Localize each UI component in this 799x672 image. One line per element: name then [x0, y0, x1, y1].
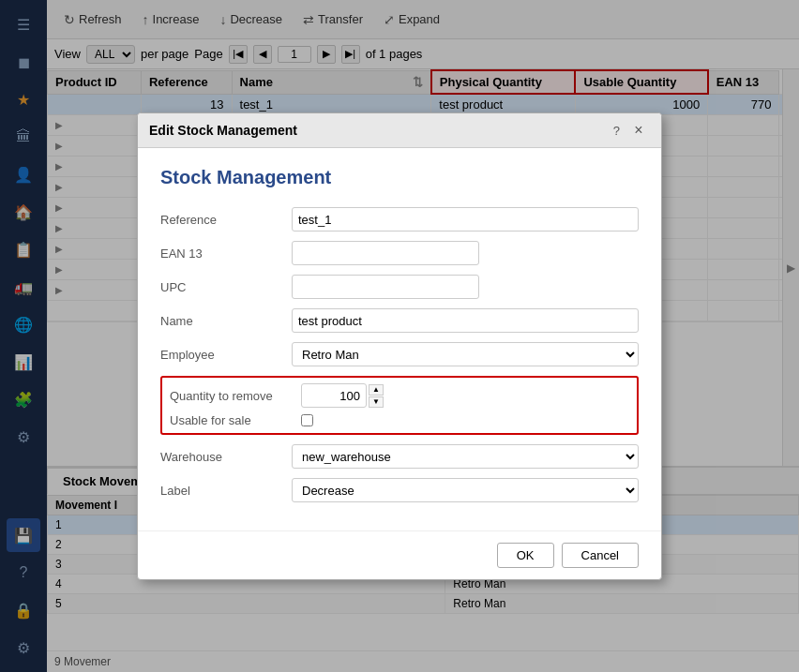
modal-footer: OK Cancel [138, 530, 661, 579]
edit-stock-modal: Edit Stock Management ? × Stock Manageme… [137, 112, 662, 580]
modal-title: Edit Stock Management [149, 123, 297, 138]
ean13-row: EAN 13 [160, 241, 639, 265]
name-label: Name [160, 314, 292, 328]
modal-overlay: Edit Stock Management ? × Stock Manageme… [0, 0, 799, 672]
warehouse-row: Warehouse new_warehouse [160, 444, 639, 469]
warehouse-select[interactable]: new_warehouse [292, 444, 639, 469]
upc-input[interactable] [292, 275, 479, 299]
usable-row: Usable for sale [170, 413, 629, 427]
employee-select[interactable]: Retro Man [292, 342, 639, 366]
name-input[interactable] [292, 308, 639, 333]
modal-body-title: Stock Management [160, 167, 639, 188]
modal-body: Stock Management Reference EAN 13 UPC Na… [138, 148, 661, 530]
reference-row: Reference [160, 207, 639, 231]
upc-row: UPC [160, 275, 639, 299]
quantity-spinners: ▲ ▼ [369, 384, 384, 408]
name-row: Name [160, 308, 639, 333]
ean13-label: EAN 13 [160, 246, 292, 261]
modal-header: Edit Stock Management ? × [138, 113, 661, 148]
quantity-label: Quantity to remove [170, 389, 301, 403]
quantity-increment[interactable]: ▲ [369, 384, 384, 396]
employee-row: Employee Retro Man [160, 342, 639, 366]
usable-checkbox[interactable] [301, 414, 313, 426]
usable-label: Usable for sale [170, 413, 301, 427]
employee-label: Employee [160, 348, 292, 362]
ean13-input[interactable] [292, 241, 479, 265]
quantity-row: Quantity to remove ▲ ▼ [170, 383, 629, 408]
modal-header-actions: ? × [613, 119, 650, 142]
highlighted-fields-group: Quantity to remove ▲ ▼ Usable for sale [160, 376, 639, 435]
label-row: Label Decrease Increase Transfer [160, 478, 639, 502]
warehouse-label: Warehouse [160, 450, 292, 464]
label-label: Label [160, 484, 292, 498]
modal-help[interactable]: ? [613, 124, 620, 138]
upc-label: UPC [160, 280, 292, 294]
quantity-input[interactable] [301, 383, 367, 408]
label-select[interactable]: Decrease Increase Transfer [292, 478, 639, 502]
quantity-decrement[interactable]: ▼ [369, 396, 384, 408]
ok-button[interactable]: OK [497, 543, 554, 568]
quantity-input-group: ▲ ▼ [301, 383, 384, 408]
reference-label: Reference [160, 213, 292, 227]
cancel-button[interactable]: Cancel [562, 543, 639, 568]
reference-input[interactable] [292, 207, 639, 231]
modal-close-button[interactable]: × [627, 119, 650, 142]
